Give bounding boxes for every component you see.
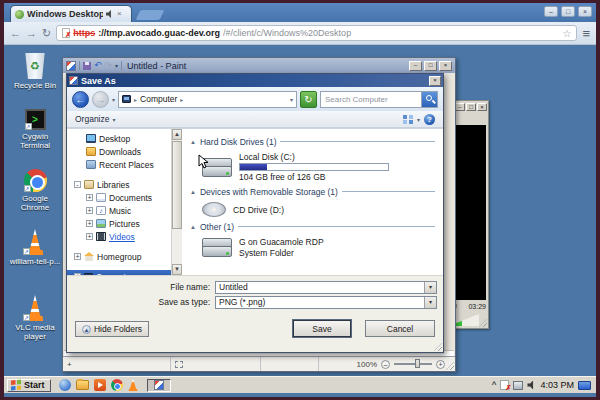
dialog-resize-grip[interactable] [434,343,442,351]
chrome-icon[interactable] [111,379,123,391]
views-dropdown-icon[interactable]: ▾ [417,116,420,123]
browser-maximize-button[interactable]: □ [561,6,575,17]
quick-access-dropdown-icon[interactable]: ▾ [115,62,118,69]
expand-icon[interactable]: + [86,207,93,214]
start-button[interactable]: Start [7,379,51,392]
tree-item-recent-places[interactable]: Recent Places [67,158,171,171]
save-type-select[interactable]: PNG (*.png) ▾ [215,296,437,309]
zoom-slider[interactable] [394,363,432,365]
cancel-button[interactable]: Cancel [365,320,435,337]
desktop-icon-google-chrome[interactable]: ↗ Google Chrome [7,169,63,212]
refresh-button[interactable]: ↻ [300,91,317,108]
group-header-removable[interactable]: ▲ Devices with Removable Storage (1) [190,185,435,198]
organize-dropdown-icon[interactable]: ▾ [113,116,116,123]
tree-item-music[interactable]: +♪Music [67,204,171,217]
drive-item-cd-d[interactable]: CD Drive (D:) [202,202,435,217]
tree-scrollbar[interactable]: ▲ ▼ [171,129,182,275]
group-header-hard-disks[interactable]: ▲ Hard Disk Drives (1) [190,135,435,148]
redo-icon[interactable]: ↷ [105,61,113,70]
dialog-titlebar[interactable]: Save As × [67,74,443,87]
internet-explorer-icon[interactable] [59,379,71,391]
drive-item-local-disk-c[interactable]: Local Disk (C:) 104 GB free of 126 GB [202,152,435,182]
tree-item-videos[interactable]: +Videos [67,230,171,243]
breadcrumb[interactable]: ▸ Computer ▸ ▾ [118,91,297,108]
bookmark-star-icon[interactable]: ☆ [562,28,571,39]
save-button[interactable]: Save [293,320,351,337]
vlc-close-button[interactable]: × [477,103,487,111]
views-icon[interactable] [403,115,413,124]
group-collapse-icon[interactable]: ▲ [190,224,196,230]
paint-close-button[interactable]: × [439,61,452,71]
scrollbar-thumb[interactable] [172,141,182,229]
desktop-icon-recycle-bin[interactable]: ♻ Recycle Bin [7,53,63,90]
nav-forward-button[interactable]: → [92,91,109,108]
scroll-down-icon[interactable]: ▼ [172,264,182,275]
expand-icon[interactable]: + [86,233,93,240]
group-collapse-icon[interactable]: ▲ [190,189,196,195]
volume-icon[interactable] [527,381,536,390]
browser-close-button[interactable]: × [578,6,592,17]
breadcrumb-location[interactable]: Computer [140,94,177,104]
taskbar-clock[interactable]: 4:03 PM [540,380,574,390]
desktop-icon-vlc-media-player[interactable]: ↗ VLC media player [7,295,63,341]
expand-icon[interactable]: + [86,220,93,227]
desktop-icon-william-tell[interactable]: ↗ william-tell-p... [7,229,63,266]
browser-tab[interactable]: Windows Desktop × [10,5,132,22]
file-name-dropdown-icon[interactable]: ▾ [424,282,436,293]
scrollbar-track[interactable] [172,230,182,264]
explorer-folder-icon[interactable] [76,380,89,390]
paint-maximize-button[interactable]: □ [424,61,437,71]
nav-history-dropdown-icon[interactable]: ▾ [112,96,115,103]
vlc-cone-icon[interactable] [128,379,139,391]
paint-minimize-button[interactable]: – [409,61,422,71]
browser-menu-icon[interactable]: ≡ [582,27,590,40]
collapse-icon[interactable]: - [74,181,81,188]
vlc-maximize-button[interactable]: □ [466,103,476,111]
dialog-close-button[interactable]: × [429,76,441,86]
browser-minimize-button[interactable]: – [544,6,558,17]
insecure-page-icon[interactable] [62,28,70,38]
zoom-slider-thumb[interactable] [415,359,420,368]
tab-audio-icon[interactable] [106,10,114,18]
expand-icon[interactable]: + [74,253,81,260]
search-box[interactable]: Search Computer [320,91,438,108]
search-button[interactable] [421,92,437,107]
vlc-minimize-button[interactable]: – [455,103,465,111]
forward-button[interactable]: → [26,28,37,39]
paint-task-button[interactable] [147,379,171,392]
nav-back-button[interactable]: ← [72,91,89,108]
undo-icon[interactable]: ↶ [94,61,102,70]
tree-item-libraries[interactable]: -Libraries [67,178,171,191]
tree-item-documents[interactable]: +Documents [67,191,171,204]
save-type-dropdown-icon[interactable]: ▾ [424,297,436,308]
breadcrumb-separator-icon[interactable]: ▸ [180,96,183,103]
media-player-icon[interactable] [94,379,106,391]
tree-item-downloads[interactable]: Downloads [67,145,171,158]
back-button[interactable]: ← [10,28,21,39]
drive-item-g-guacamole[interactable]: G on Guacamole RDP System Folder [202,237,435,258]
scroll-up-icon[interactable]: ▲ [172,129,182,140]
save-icon[interactable] [83,62,91,70]
organize-button[interactable]: Organize [75,114,110,124]
show-hidden-icons-icon[interactable]: ^ [492,382,497,388]
hide-folders-button[interactable]: ▲ Hide Folders [75,321,149,337]
show-desktop-icon[interactable] [578,381,591,390]
group-header-other[interactable]: ▲ Other (1) [190,220,435,233]
paint-titlebar[interactable]: ↶ ↷ ▾ Untitled - Paint – □ × [63,58,455,73]
network-icon[interactable] [513,381,523,390]
reload-button[interactable]: ↻ [42,28,51,39]
zoom-in-button[interactable]: + [436,360,445,369]
group-collapse-icon[interactable]: ▲ [190,139,196,145]
expand-icon[interactable]: + [86,194,93,201]
file-name-input[interactable]: Untitled ▾ [215,281,437,294]
breadcrumb-separator-icon[interactable]: ▸ [134,96,137,103]
action-center-alert-icon[interactable] [500,380,509,390]
help-icon[interactable]: ? [424,114,435,125]
zoom-out-button[interactable]: – [381,360,390,369]
breadcrumb-dropdown-icon[interactable]: ▾ [290,96,293,103]
tree-item-homegroup[interactable]: +Homegroup [67,250,171,263]
new-tab-button[interactable] [136,10,165,20]
vlc-resize-grip[interactable] [479,319,487,327]
tree-item-pictures[interactable]: +Pictures [67,217,171,230]
tab-close-icon[interactable]: × [117,10,122,18]
